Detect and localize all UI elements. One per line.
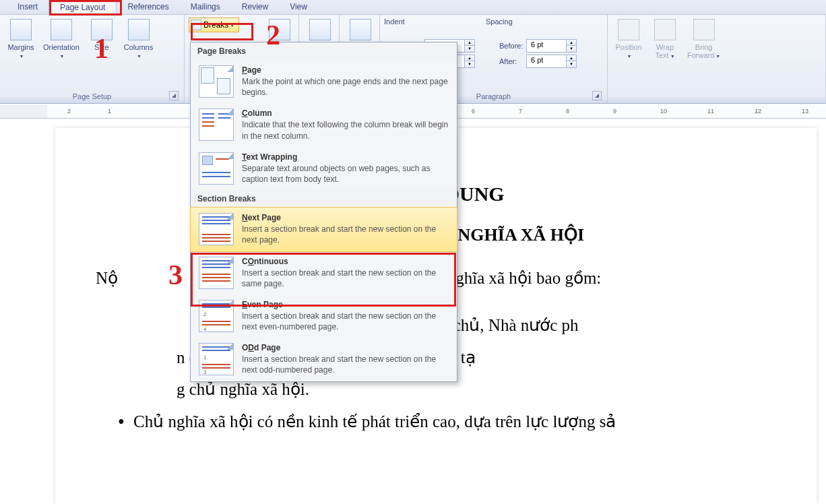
ruler-tick: 6 (472, 108, 475, 115)
columns-icon (128, 19, 150, 40)
tab-references[interactable]: References (117, 0, 179, 14)
position-button: Position▼ (612, 18, 645, 61)
position-icon (618, 19, 639, 40)
orientation-button[interactable]: Orientation▼ (40, 18, 82, 61)
wrap-text-button: Wrap Text▼ (648, 18, 682, 61)
dd-title: ODd Page (242, 343, 449, 352)
spacing-before-value: 6 pt (527, 40, 566, 52)
ruler-tick: 13 (802, 108, 808, 115)
margins-icon (10, 19, 32, 40)
margins-button[interactable]: Margins▼ (4, 18, 38, 61)
odd-page-thumb-icon: 1 3 (199, 343, 234, 375)
text-wrapping-thumb-icon (199, 152, 234, 185)
dropdown-header-page-breaks: Page Breaks (191, 42, 457, 60)
size-icon (91, 19, 113, 40)
orientation-icon (51, 19, 72, 40)
breaks-label: Breaks (203, 20, 228, 30)
dd-title: Column (242, 108, 449, 118)
spin-down-icon[interactable]: ▼ (465, 61, 474, 67)
breaks-icon (191, 20, 201, 30)
placeholder-icon (269, 19, 290, 40)
dd-desc: Insert a section break and start the new… (242, 267, 449, 289)
spacing-after-input[interactable]: 6 pt▲▼ (526, 55, 577, 68)
spin-down-icon[interactable]: ▼ (567, 61, 576, 67)
paragraph-title: Paragraph (476, 92, 511, 100)
dropdown-item-text-wrapping[interactable]: Text Wrapping Separate text around objec… (191, 147, 457, 190)
ruler-tick: 12 (755, 108, 761, 115)
even-page-thumb-icon: 2 4 (199, 300, 234, 332)
spacing-before-icon (486, 41, 497, 51)
dd-title: Text Wrapping (242, 152, 449, 162)
bring-forward-icon (693, 19, 715, 40)
next-page-thumb-icon (199, 213, 234, 245)
indent-header: Indent (384, 18, 475, 26)
dd-title: Even Page (242, 300, 449, 309)
ruler-tick: 1 (108, 108, 111, 115)
dropdown-item-odd-page[interactable]: 1 3 ODd Page Insert a section break and … (191, 338, 457, 381)
columns-label: Columns (124, 43, 153, 51)
spacing-after-icon (486, 57, 497, 66)
spacing-before-input[interactable]: 6 pt▲▼ (526, 39, 577, 53)
breaks-button[interactable]: Breaks ▼ (189, 18, 239, 32)
tab-mailings[interactable]: Mailings (180, 0, 231, 14)
dropdown-item-continuous[interactable]: COntinuous Insert a section break and st… (191, 251, 457, 294)
breaks-dropdown: Page Breaks Page Mark the point at which… (190, 42, 457, 382)
spin-up-icon[interactable]: ▲ (567, 55, 576, 61)
spin-up-icon[interactable]: ▲ (465, 55, 474, 61)
dd-title: Next Page (242, 213, 449, 222)
ruler-tick: 11 (707, 108, 714, 115)
dd-desc: Indicate that the text following the col… (242, 119, 449, 141)
dropdown-item-column[interactable]: Column Indicate that the text following … (191, 103, 457, 146)
dd-desc: Insert a section break and start the new… (242, 311, 449, 332)
page-break-thumb-icon (199, 65, 234, 98)
orientation-label: Orientation (43, 43, 80, 51)
continuous-thumb-icon (199, 257, 234, 289)
ruler-tick: 2 (67, 108, 71, 115)
paragraph-dialog-launcher[interactable]: ◢ (592, 91, 602, 100)
position-label: Position (615, 43, 641, 51)
ruler-tick: 9 (613, 108, 616, 115)
spacing-before-label: Before: (499, 42, 523, 50)
ruler-tick: 8 (566, 108, 569, 115)
placeholder-icon (309, 19, 331, 40)
size-label: Size (94, 43, 108, 51)
page-setup-dialog-launcher[interactable]: ◢ (169, 91, 179, 100)
spin-up-icon[interactable]: ▲ (465, 40, 474, 46)
dd-desc: Mark the point at which one page ends an… (242, 76, 449, 98)
ruler-tick: 10 (660, 108, 667, 115)
margins-label: Margins (7, 43, 34, 51)
dd-title: COntinuous (242, 257, 449, 266)
spin-up-icon[interactable]: ▲ (567, 40, 576, 46)
group-page-setup: Margins▼ Orientation▼ Size▼ Columns▼ Pag… (0, 15, 185, 103)
page-setup-title: Page Setup (73, 92, 112, 100)
spacing-after-label: After: (499, 57, 523, 65)
spin-down-icon[interactable]: ▼ (465, 46, 474, 52)
dd-title: Page (242, 65, 449, 75)
columns-button[interactable]: Columns▼ (121, 18, 156, 61)
bring-forward-button: Bring Forward▼ (685, 18, 723, 61)
dropdown-item-even-page[interactable]: 2 4 Even Page Insert a section break and… (191, 294, 457, 338)
tab-page-layout[interactable]: Page Layout (49, 0, 117, 14)
group-arrange: Position▼ Wrap Text▼ Bring Forward▼ (608, 15, 826, 103)
doc-list-line: Chủ nghĩa xã hội có nền kinh tế phát tri… (133, 406, 783, 438)
dropdown-item-page[interactable]: Page Mark the point at which one page en… (191, 60, 457, 103)
dd-desc: Insert a section break and start the new… (242, 354, 449, 375)
bullet-icon: • (109, 406, 133, 438)
dropdown-item-next-page[interactable]: Next Page Insert a section break and sta… (190, 207, 457, 251)
placeholder-icon (350, 19, 371, 40)
tab-insert[interactable]: Insert (7, 0, 49, 14)
ruler-tick: 7 (519, 108, 522, 115)
ribbon-tabs: Insert Page Layout References Mailings R… (0, 0, 826, 15)
column-break-thumb-icon (199, 108, 234, 141)
tab-review[interactable]: Review (231, 0, 279, 14)
spacing-header: Spacing (486, 18, 577, 26)
dd-desc: Separate text around objects on web page… (242, 163, 449, 185)
spacing-after-value: 6 pt (527, 55, 566, 67)
dd-desc: Insert a section break and start the new… (242, 224, 449, 245)
bring-forward-label: Bring Forward (687, 43, 714, 59)
size-button[interactable]: Size▼ (85, 18, 119, 61)
wrap-text-icon (654, 19, 676, 40)
tab-view[interactable]: View (279, 0, 318, 14)
dropdown-header-section-breaks: Section Breaks (191, 190, 457, 208)
spin-down-icon[interactable]: ▼ (567, 46, 576, 52)
